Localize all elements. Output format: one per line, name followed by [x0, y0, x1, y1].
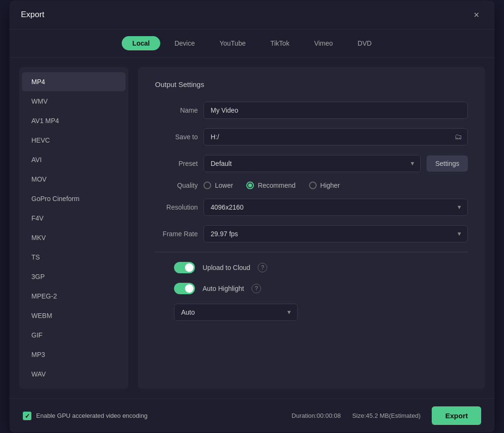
- upload-cloud-toggle[interactable]: [174, 262, 195, 273]
- folder-icon[interactable]: 🗂: [455, 133, 462, 141]
- close-button[interactable]: ×: [470, 8, 483, 21]
- settings-button[interactable]: Settings: [426, 155, 468, 172]
- tab-local[interactable]: Local: [122, 36, 160, 50]
- output-panel: Output Settings Name Save to 🗂 Preset: [138, 67, 485, 389]
- gpu-checkbox-wrapper[interactable]: Enable GPU accelerated video encoding: [23, 412, 147, 420]
- format-item-3gp[interactable]: 3GP: [22, 267, 126, 286]
- upload-cloud-slider: [174, 262, 195, 273]
- format-item-mpeg2[interactable]: MPEG-2: [22, 287, 126, 306]
- auto-highlight-slider: [174, 283, 195, 294]
- resolution-row: Resolution 4096x2160 ▼: [155, 199, 468, 216]
- divider: [155, 252, 468, 252]
- format-list: MP4WMVAV1 MP4HEVCAVIMOVGoPro CineformF4V…: [19, 67, 128, 389]
- saveto-input-wrapper: 🗂: [204, 128, 468, 145]
- section-title: Output Settings: [155, 80, 468, 88]
- footer-info: Duration:00:00:08 Size:45.2 MB(Estimated…: [155, 406, 481, 425]
- name-row: Name: [155, 102, 468, 119]
- saveto-row: Save to 🗂: [155, 128, 468, 145]
- quality-higher-radio[interactable]: [309, 182, 317, 189]
- quality-row: Quality Lower Recommend Higher: [155, 182, 468, 189]
- quality-higher-label: Higher: [320, 182, 340, 189]
- format-item-avi[interactable]: AVI: [22, 150, 126, 169]
- quality-recommend[interactable]: Recommend: [246, 182, 295, 189]
- quality-lower[interactable]: Lower: [204, 182, 233, 189]
- format-item-mp3[interactable]: MP3: [22, 345, 126, 364]
- tab-dvd[interactable]: DVD: [347, 36, 382, 50]
- quality-options: Lower Recommend Higher: [204, 182, 340, 189]
- auto-highlight-row: Auto Highlight ?: [155, 283, 468, 294]
- upload-cloud-help-icon[interactable]: ?: [258, 263, 267, 272]
- quality-label: Quality: [155, 182, 198, 189]
- resolution-label: Resolution: [155, 203, 198, 211]
- quality-lower-radio[interactable]: [204, 182, 211, 189]
- auto-select-wrapper: Auto ▼: [174, 304, 298, 321]
- format-item-wmv[interactable]: WMV: [22, 92, 126, 111]
- format-item-mkv[interactable]: MKV: [22, 228, 126, 247]
- tab-tiktok[interactable]: TikTok: [260, 36, 300, 50]
- auto-select[interactable]: Auto: [174, 304, 298, 321]
- format-item-mov[interactable]: MOV: [22, 170, 126, 189]
- framerate-select-wrapper: 29.97 fps ▼: [204, 225, 468, 242]
- upload-cloud-row: Upload to Cloud ?: [155, 262, 468, 273]
- size-stat: Size:45.2 MB(Estimated): [352, 412, 421, 419]
- export-button[interactable]: Export: [432, 406, 481, 425]
- auto-select-row: Auto ▼: [155, 304, 468, 321]
- saveto-input[interactable]: [204, 128, 468, 145]
- framerate-select[interactable]: 29.97 fps: [204, 225, 468, 242]
- name-input[interactable]: [204, 102, 468, 119]
- name-label: Name: [155, 106, 198, 114]
- preset-select[interactable]: Default: [204, 155, 421, 172]
- format-item-mp4[interactable]: MP4: [22, 72, 126, 91]
- dialog-title: Export: [21, 10, 44, 19]
- dialog-footer: Enable GPU accelerated video encoding Du…: [10, 398, 494, 433]
- quality-lower-label: Lower: [215, 182, 233, 189]
- resolution-select-wrapper: 4096x2160 ▼: [204, 199, 468, 216]
- quality-recommend-radio[interactable]: [246, 182, 254, 189]
- format-item-gopro[interactable]: GoPro Cineform: [22, 189, 126, 208]
- auto-highlight-toggle[interactable]: [174, 283, 195, 294]
- tab-youtube[interactable]: YouTube: [209, 36, 256, 50]
- saveto-label: Save to: [155, 133, 198, 141]
- auto-highlight-label: Auto Highlight: [203, 285, 244, 292]
- dialog-body: MP4WMVAV1 MP4HEVCAVIMOVGoPro CineformF4V…: [10, 58, 494, 398]
- auto-highlight-help-icon[interactable]: ?: [252, 284, 261, 293]
- gpu-checkbox[interactable]: [23, 412, 31, 420]
- framerate-row: Frame Rate 29.97 fps ▼: [155, 225, 468, 242]
- duration-stat: Duration:00:00:08: [291, 412, 340, 419]
- format-item-hevc[interactable]: HEVC: [22, 131, 126, 150]
- resolution-select[interactable]: 4096x2160: [204, 199, 468, 216]
- upload-cloud-label: Upload to Cloud: [203, 264, 250, 271]
- quality-recommend-label: Recommend: [258, 182, 295, 189]
- format-item-webm[interactable]: WEBM: [22, 306, 126, 325]
- format-item-ts[interactable]: TS: [22, 248, 126, 267]
- tab-device[interactable]: Device: [164, 36, 205, 50]
- tabs-bar: LocalDeviceYouTubeTikTokVimeoDVD: [10, 29, 494, 58]
- gpu-label: Enable GPU accelerated video encoding: [36, 412, 147, 419]
- dialog-header: Export ×: [10, 0, 494, 29]
- export-dialog: Export × LocalDeviceYouTubeTikTokVimeoDV…: [10, 0, 494, 433]
- format-item-wav[interactable]: WAV: [22, 365, 126, 384]
- framerate-label: Frame Rate: [155, 230, 198, 238]
- format-item-f4v[interactable]: F4V: [22, 209, 126, 228]
- format-item-gif[interactable]: GIF: [22, 326, 126, 345]
- preset-select-wrapper: Default ▼: [204, 155, 421, 172]
- format-item-av1mp4[interactable]: AV1 MP4: [22, 111, 126, 130]
- preset-row: Preset Default ▼ Settings: [155, 155, 468, 172]
- quality-higher[interactable]: Higher: [309, 182, 340, 189]
- tab-vimeo[interactable]: Vimeo: [304, 36, 343, 50]
- preset-label: Preset: [155, 160, 198, 167]
